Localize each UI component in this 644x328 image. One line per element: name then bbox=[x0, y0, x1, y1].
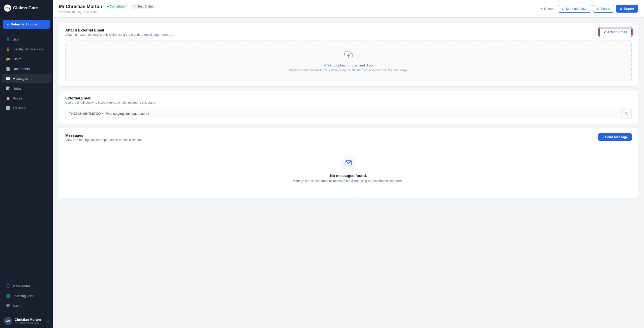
sidebar-item-label: Pages bbox=[13, 96, 22, 100]
attach-email-button[interactable]: ✓ Attach Email bbox=[599, 28, 632, 36]
avatar: CM bbox=[4, 317, 12, 325]
external-email-card: External Email Use the email below to st… bbox=[59, 91, 638, 124]
sidebar-item-pages[interactable]: 📋 Pages bbox=[2, 93, 51, 103]
delete-icon: ✕ bbox=[540, 7, 543, 11]
sidebar-item-support[interactable]: ⚙️ Support bbox=[2, 301, 51, 310]
sidebar-item-label: Messages bbox=[13, 77, 28, 81]
logo-text: Claims Gate bbox=[13, 6, 38, 11]
mark-active-icon: ⊙ bbox=[562, 7, 565, 11]
delete-button[interactable]: ✕ Delete bbox=[538, 5, 556, 12]
sidebar-item-label: Tracking bbox=[13, 106, 25, 110]
export-icon: ⊕ bbox=[620, 7, 623, 11]
sidebar-item-label: User bbox=[13, 38, 20, 41]
attach-email-card: Attach External Email Attach an external… bbox=[59, 23, 638, 87]
pause-icon: ⊕ bbox=[597, 7, 600, 11]
external-email-field[interactable] bbox=[65, 109, 622, 118]
sidebar-item-label: Notes bbox=[13, 87, 21, 90]
external-email-title: External Email bbox=[65, 96, 156, 100]
click-to-upload[interactable]: Click to upload bbox=[324, 63, 347, 67]
identity-icon: 🔒 bbox=[6, 47, 10, 51]
sidebar: Cg Claims Gate ← Return to Untitled 👤 Us… bbox=[0, 0, 53, 328]
messages-icon: ✉️ bbox=[6, 76, 10, 81]
header-actions: ✕ Delete ⊙ Mark as Active ⊕ Pause ⊕ Expo… bbox=[538, 5, 638, 13]
logo-icon: Cg bbox=[4, 5, 11, 12]
attach-email-subtitle-link[interactable]: email bbox=[144, 33, 152, 37]
sidebar-item-messages[interactable]: ✉️ Messages bbox=[2, 74, 51, 83]
messages-empty-icon bbox=[342, 156, 356, 170]
sidebar-item-documents[interactable]: 📄 Documents bbox=[2, 64, 51, 74]
sidebar-logo: Cg Claims Gate bbox=[0, 0, 53, 16]
messages-empty-state: No messages found. Manage and send commu… bbox=[65, 146, 632, 193]
pause-button[interactable]: ⊕ Pause bbox=[593, 5, 614, 13]
send-message-button[interactable]: + Send Message bbox=[598, 133, 632, 141]
upload-text: Click to upload or drag and drop bbox=[71, 63, 626, 67]
nav-menu: 👤 User 🔒 Identity Verifications 📁 Claim … bbox=[0, 32, 53, 278]
sidebar-item-claim[interactable]: 📁 Claim bbox=[2, 54, 51, 64]
user-info: CM Christian Morton christian.morton@cla… bbox=[0, 314, 53, 328]
upload-icon bbox=[71, 50, 626, 61]
attach-email-title: Attach External Email bbox=[65, 28, 172, 32]
sidebar-item-notes[interactable]: 📝 Notes bbox=[2, 84, 51, 93]
documents-icon: 📄 bbox=[6, 66, 10, 71]
sidebar-item-user[interactable]: 👤 User bbox=[2, 34, 51, 44]
sidebar-item-label: Learning Zone bbox=[13, 294, 35, 298]
sidebar-item-label: Claim bbox=[13, 57, 21, 61]
page-header: Mr Christian Morton Completed 📄 Test Cla… bbox=[53, 0, 644, 18]
sidebar-item-label: Documents bbox=[13, 67, 30, 71]
messages-subtitle: View and manage all correspondence for t… bbox=[65, 138, 142, 142]
attach-email-subtitle: Attach an external email to this claim u… bbox=[65, 33, 172, 37]
sidebar-item-view-portal[interactable]: 🌐 View Portal bbox=[2, 281, 51, 291]
external-email-subtitle-link[interactable]: email bbox=[77, 101, 85, 104]
support-icon: ⚙️ bbox=[6, 303, 10, 308]
test-claim-badge: 📄 Test Claim bbox=[130, 4, 155, 9]
sidebar-item-learning-zone[interactable]: 📘 Learning Zone bbox=[2, 291, 51, 301]
user-icon: 👤 bbox=[6, 37, 10, 42]
messages-title: Messages bbox=[65, 133, 142, 137]
messages-empty-title: No messages found. bbox=[70, 173, 627, 178]
notes-icon: 📝 bbox=[6, 86, 10, 91]
copy-icon: ⧉ bbox=[625, 111, 628, 116]
upload-hint: Attach an external email to this claim u… bbox=[71, 68, 626, 72]
user-name: Christian Morton bbox=[15, 318, 43, 321]
tracking-icon: 📊 bbox=[6, 106, 10, 110]
external-email-subtitle: Use the email below to store external em… bbox=[65, 101, 156, 104]
sidebar-bottom: 🌐 View Portal 📘 Learning Zone ⚙️ Support bbox=[0, 278, 53, 314]
status-dot bbox=[107, 6, 109, 7]
messages-empty-subtitle: Manage and send communications to the cl… bbox=[70, 179, 627, 183]
copy-email-button[interactable]: ⧉ bbox=[622, 108, 632, 119]
sidebar-item-identity[interactable]: 🔒 Identity Verifications bbox=[2, 44, 51, 54]
email-input-row: ⧉ bbox=[65, 108, 632, 119]
view-portal-icon: 🌐 bbox=[6, 284, 10, 288]
header-subtitle: View and manage this claim. bbox=[59, 10, 155, 14]
pages-icon: 📋 bbox=[6, 96, 10, 100]
upload-area[interactable]: Click to upload or drag and drop Attach … bbox=[65, 41, 632, 81]
return-label: ← Return to Untitled bbox=[7, 22, 38, 26]
content-area: Attach External Email Attach an external… bbox=[53, 18, 644, 328]
export-button[interactable]: ⊕ Export bbox=[616, 5, 638, 13]
messages-card: Messages View and manage all corresponde… bbox=[59, 128, 638, 198]
return-button[interactable]: ← Return to Untitled bbox=[3, 20, 50, 29]
main-content: Mr Christian Morton Completed 📄 Test Cla… bbox=[53, 0, 644, 328]
status-badge: Completed bbox=[105, 4, 128, 9]
sidebar-item-label: Support bbox=[13, 304, 24, 308]
signout-icon[interactable]: ↪ bbox=[46, 319, 49, 323]
sidebar-item-label: Identity Verifications bbox=[13, 47, 43, 51]
messages-subtitle-link[interactable]: all bbox=[91, 138, 95, 142]
sidebar-item-tracking[interactable]: 📊 Tracking bbox=[2, 103, 51, 113]
claim-icon: 📁 bbox=[6, 57, 10, 61]
page-title: Mr Christian Morton Completed 📄 Test Cla… bbox=[59, 4, 155, 9]
sidebar-item-label: View Portal bbox=[13, 284, 30, 288]
user-email: christian.morton@claims.. bbox=[15, 321, 43, 324]
mark-active-button[interactable]: ⊙ Mark as Active bbox=[558, 5, 591, 13]
messages-empty-client-link[interactable]: client bbox=[351, 179, 359, 183]
learning-zone-icon: 📘 bbox=[6, 294, 10, 298]
